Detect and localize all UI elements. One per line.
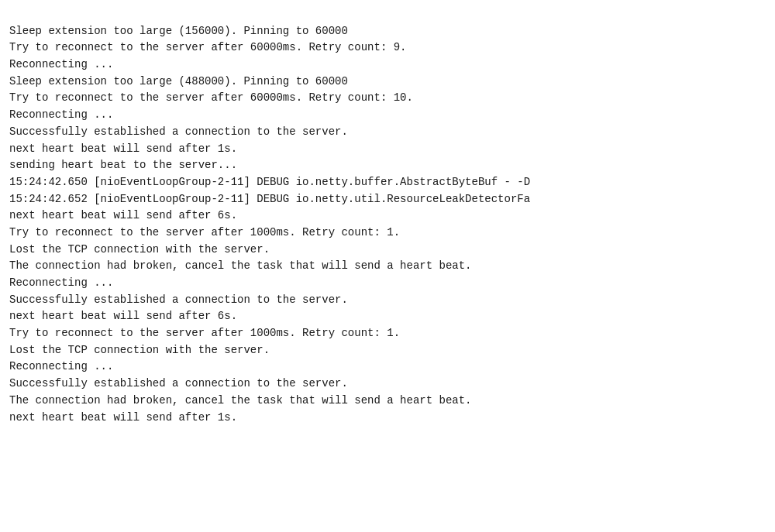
log-line: Try to reconnect to the server after 600…	[9, 90, 766, 107]
log-line: Lost the TCP connection with the server.	[9, 242, 766, 259]
log-line: Reconnecting ...	[9, 359, 766, 376]
log-line: Successfully established a connection to…	[9, 124, 766, 141]
log-line: Try to reconnect to the server after 600…	[9, 39, 766, 57]
log-line: 15:24:42.650 [nioEventLoopGroup-2-11] DE…	[9, 174, 766, 191]
log-line: next heart beat will send after 1s.	[9, 141, 766, 158]
log-line: next heart beat will send after 1s.	[9, 410, 766, 427]
log-line: Reconnecting ...	[9, 57, 766, 74]
log-line: Reconnecting ...	[9, 107, 766, 124]
log-line: Try to reconnect to the server after 100…	[9, 225, 766, 242]
log-line: The connection had broken, cancel the ta…	[9, 258, 766, 275]
log-line: Sleep extension too large (488000). Pinn…	[9, 74, 766, 91]
log-line: Successfully established a connection to…	[9, 292, 766, 309]
log-line: Successfully established a connection to…	[9, 376, 766, 393]
log-line: The connection had broken, cancel the ta…	[9, 393, 766, 410]
log-line: Sleep extension too large (156000). Pinn…	[9, 23, 766, 40]
log-line: Lost the TCP connection with the server.	[9, 342, 766, 359]
log-line: 15:24:42.652 [nioEventLoopGroup-2-11] DE…	[9, 191, 766, 208]
log-line: next heart beat will send after 6s.	[9, 208, 766, 225]
log-line: Try to reconnect to the server after 100…	[9, 325, 766, 342]
log-line: Reconnecting ...	[9, 275, 766, 292]
log-container: Sleep extension too large (156000). Pinn…	[0, 0, 775, 432]
log-line: next heart beat will send after 6s.	[9, 308, 766, 325]
log-line: sending heart beat to the server...	[9, 157, 766, 174]
